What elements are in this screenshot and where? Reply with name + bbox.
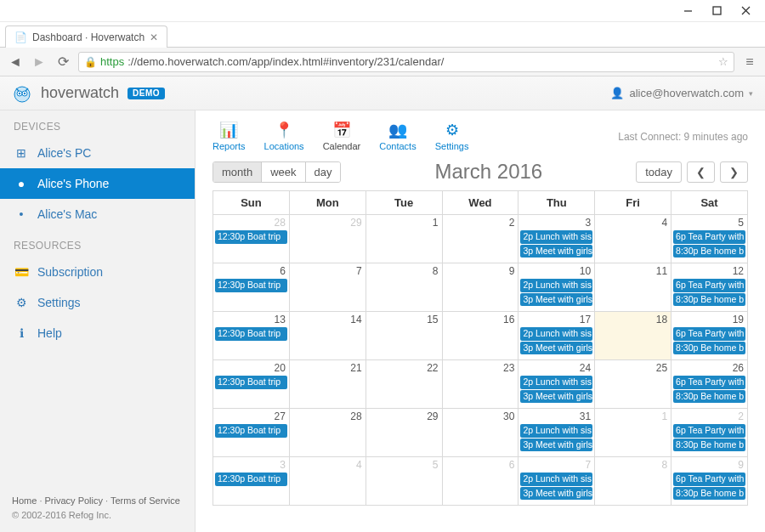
- nav-reports[interactable]: 📊Reports: [212, 122, 246, 151]
- calendar-event[interactable]: 2p Lunch with sis: [520, 327, 592, 341]
- footer-link[interactable]: Privacy Policy: [45, 495, 103, 506]
- calendar-cell[interactable]: 172p Lunch with sis3p Meet with girls: [518, 312, 595, 360]
- calendar-cell[interactable]: 21: [289, 360, 366, 409]
- calendar-cell[interactable]: 102p Lunch with sis3p Meet with girls: [518, 263, 595, 312]
- calendar-event[interactable]: 6p Tea Party with: [673, 327, 745, 341]
- back-button[interactable]: ◄: [7, 54, 24, 70]
- calendar-cell[interactable]: 23: [442, 360, 518, 409]
- calendar-event[interactable]: 3p Meet with girls: [520, 439, 592, 452]
- calendar-cell[interactable]: 6: [442, 457, 518, 506]
- calendar-cell[interactable]: 242p Lunch with sis3p Meet with girls: [518, 360, 595, 409]
- calendar-cell[interactable]: 1: [366, 215, 442, 263]
- calendar-event[interactable]: 8:30p Be home b: [673, 342, 745, 355]
- calendar-event[interactable]: 12:30p Boat trip: [215, 327, 287, 341]
- maximize-button[interactable]: [702, 3, 731, 20]
- calendar-cell[interactable]: 16: [442, 312, 518, 360]
- sidebar-item[interactable]: ⚙Settings: [0, 287, 195, 318]
- calendar-event[interactable]: 3p Meet with girls: [520, 245, 592, 258]
- calendar-event[interactable]: 2p Lunch with sis: [520, 376, 592, 389]
- minimize-button[interactable]: [673, 3, 702, 20]
- calendar-cell[interactable]: 18: [595, 312, 672, 360]
- calendar-event[interactable]: 6p Tea Party with: [673, 424, 745, 438]
- calendar-event[interactable]: 8:30p Be home b: [673, 487, 745, 501]
- calendar-event[interactable]: 12:30p Boat trip: [215, 230, 287, 244]
- calendar-cell[interactable]: 266p Tea Party with8:30p Be home b: [672, 360, 748, 409]
- browser-menu-button[interactable]: ≡: [741, 54, 758, 70]
- calendar-cell[interactable]: 2012:30p Boat trip: [213, 360, 290, 409]
- calendar-event[interactable]: 8:30p Be home b: [673, 390, 745, 404]
- calendar-cell[interactable]: 72p Lunch with sis3p Meet with girls: [518, 457, 595, 506]
- calendar-cell[interactable]: 2812:30p Boat trip: [213, 215, 290, 263]
- forward-button[interactable]: ►: [31, 54, 48, 70]
- calendar-cell[interactable]: 14: [289, 312, 366, 360]
- calendar-event[interactable]: 12:30p Boat trip: [215, 279, 287, 292]
- footer-link[interactable]: Terms of Service: [110, 495, 180, 506]
- close-button[interactable]: [731, 3, 760, 20]
- calendar-cell[interactable]: 196p Tea Party with8:30p Be home b: [672, 312, 748, 360]
- calendar-cell[interactable]: 2: [442, 215, 518, 263]
- calendar-cell[interactable]: 4: [595, 215, 672, 263]
- sidebar-item[interactable]: ⊞Alice's PC: [0, 138, 195, 168]
- calendar-event[interactable]: 3p Meet with girls: [520, 390, 592, 404]
- calendar-cell[interactable]: 612:30p Boat trip: [213, 263, 290, 312]
- calendar-event[interactable]: 12:30p Boat trip: [215, 473, 287, 486]
- calendar-event[interactable]: 6p Tea Party with: [673, 279, 745, 292]
- nav-locations[interactable]: 📍Locations: [264, 122, 304, 151]
- calendar-cell[interactable]: 56p Tea Party with8:30p Be home b: [672, 215, 748, 263]
- calendar-event[interactable]: 3p Meet with girls: [520, 293, 592, 307]
- bookmark-star-icon[interactable]: ☆: [718, 55, 728, 68]
- calendar-cell[interactable]: 8: [366, 263, 442, 312]
- calendar-event[interactable]: 6p Tea Party with: [673, 376, 745, 389]
- calendar-event[interactable]: 6p Tea Party with: [673, 473, 745, 486]
- view-month-button[interactable]: month: [213, 162, 262, 182]
- sidebar-item[interactable]: 💳Subscription: [0, 257, 195, 287]
- calendar-cell[interactable]: 29: [366, 409, 442, 457]
- calendar-cell[interactable]: 312p Lunch with sis3p Meet with girls: [518, 409, 595, 457]
- calendar-cell[interactable]: 9: [442, 263, 518, 312]
- tab-close-icon[interactable]: ✕: [150, 31, 158, 43]
- view-day-button[interactable]: day: [306, 162, 341, 182]
- calendar-cell[interactable]: 30: [442, 409, 518, 457]
- sidebar-item[interactable]: ●Alice's Phone: [0, 168, 195, 199]
- footer-link[interactable]: Home: [12, 495, 37, 506]
- calendar-event[interactable]: 6p Tea Party with: [673, 230, 745, 244]
- calendar-cell[interactable]: 32p Lunch with sis3p Meet with girls: [518, 215, 595, 263]
- calendar-cell[interactable]: 11: [595, 263, 672, 312]
- browser-tab[interactable]: 📄 Dashboard · Hoverwatch ✕: [5, 25, 167, 48]
- nav-settings[interactable]: ⚙Settings: [435, 122, 469, 151]
- calendar-event[interactable]: 2p Lunch with sis: [520, 279, 592, 292]
- calendar-cell[interactable]: 1: [595, 409, 672, 457]
- calendar-cell[interactable]: 7: [289, 263, 366, 312]
- user-menu[interactable]: 👤 alice@hoverwatch.com ▾: [610, 87, 753, 99]
- sidebar-item[interactable]: ℹHelp: [0, 318, 195, 348]
- calendar-cell[interactable]: 28: [289, 409, 366, 457]
- calendar-cell[interactable]: 4: [289, 457, 366, 506]
- next-button[interactable]: ❯: [720, 161, 748, 183]
- calendar-cell[interactable]: 96p Tea Party with8:30p Be home b: [672, 457, 748, 506]
- calendar-event[interactable]: 8:30p Be home b: [673, 293, 745, 307]
- calendar-cell[interactable]: 26p Tea Party with8:30p Be home b: [672, 409, 748, 457]
- calendar-event[interactable]: 3p Meet with girls: [520, 342, 592, 355]
- calendar-event[interactable]: 3p Meet with girls: [520, 487, 592, 501]
- calendar-cell[interactable]: 29: [289, 215, 366, 263]
- prev-button[interactable]: ❮: [687, 161, 715, 183]
- calendar-cell[interactable]: 312:30p Boat trip: [213, 457, 290, 506]
- calendar-cell[interactable]: 126p Tea Party with8:30p Be home b: [672, 263, 748, 312]
- nav-contacts[interactable]: 👥Contacts: [379, 122, 416, 151]
- calendar-event[interactable]: 8:30p Be home b: [673, 439, 745, 452]
- calendar-event[interactable]: 2p Lunch with sis: [520, 473, 592, 486]
- address-bar[interactable]: 🔒 https://demo.hoverwatch.com/app/index.…: [78, 52, 734, 72]
- calendar-cell[interactable]: 2712:30p Boat trip: [213, 409, 290, 457]
- calendar-event[interactable]: 12:30p Boat trip: [215, 424, 287, 438]
- calendar-cell[interactable]: 8: [595, 457, 672, 506]
- sidebar-item[interactable]: •Alice's Mac: [0, 199, 195, 229]
- calendar-event[interactable]: 12:30p Boat trip: [215, 376, 287, 389]
- today-button[interactable]: today: [636, 161, 682, 183]
- calendar-cell[interactable]: 22: [366, 360, 442, 409]
- calendar-cell[interactable]: 1312:30p Boat trip: [213, 312, 290, 360]
- calendar-event[interactable]: 2p Lunch with sis: [520, 230, 592, 244]
- reload-button[interactable]: ⟳: [54, 54, 71, 70]
- view-week-button[interactable]: week: [262, 162, 305, 182]
- nav-calendar[interactable]: 📅Calendar: [323, 122, 361, 151]
- calendar-cell[interactable]: 25: [595, 360, 672, 409]
